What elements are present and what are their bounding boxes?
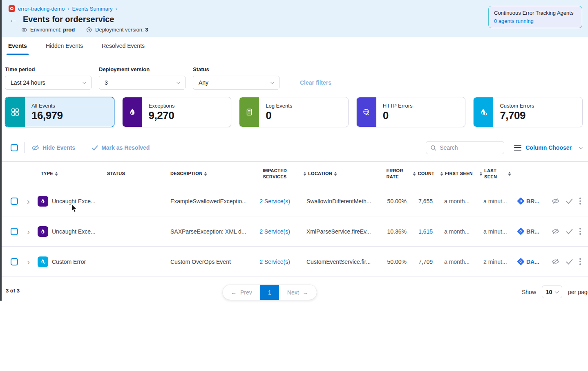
sort-icon[interactable]	[334, 172, 337, 176]
sort-icon[interactable]	[440, 172, 443, 176]
page-title: Events for orderservice	[23, 15, 114, 24]
flame-icon	[38, 226, 48, 237]
stat-card-all-events[interactable]: All Events 16,979	[5, 97, 114, 127]
agents-running-link[interactable]: 0 agents running	[494, 18, 577, 24]
column-header-count[interactable]: COUNT	[409, 171, 435, 177]
time-period-select[interactable]: Last 24 hours	[5, 76, 92, 90]
jira-diamond-icon	[517, 197, 524, 205]
last-seen-cell: 2 minut...	[476, 259, 513, 265]
stat-card-value: 0	[383, 109, 413, 122]
description-cell: Custom OverOps Event	[165, 259, 255, 265]
row-checkbox[interactable]	[11, 258, 18, 265]
row-menu-icon[interactable]	[579, 257, 581, 266]
column-header-impacted-services: IMPACTED SERVICES	[255, 168, 294, 180]
stat-card-label: Custom Errors	[500, 103, 534, 109]
prev-page-button[interactable]: ← Prev	[223, 285, 260, 300]
breadcrumb-events-summary[interactable]: Events Summary	[72, 6, 113, 12]
resolve-event-icon[interactable]	[566, 229, 573, 234]
column-chooser-button[interactable]: Column Chooser	[525, 144, 572, 151]
ticket-link[interactable]: BR...	[513, 228, 539, 235]
hide-event-icon[interactable]	[552, 228, 559, 234]
search-icon	[430, 145, 436, 151]
filter-bar: Time period Last 24 hours Deployment ver…	[0, 55, 588, 90]
tab-resolved-events[interactable]: Resolved Events	[101, 37, 145, 55]
resolve-event-icon[interactable]	[566, 198, 573, 204]
jira-diamond-icon	[517, 227, 524, 235]
deployment-version-icon	[86, 27, 92, 33]
grid-icon	[5, 97, 25, 127]
column-header-last-seen[interactable]: LAST SEEN	[476, 168, 513, 180]
chevron-down-icon	[83, 80, 87, 84]
flame-icon	[123, 97, 142, 127]
first-seen-cell: a month...	[435, 259, 476, 265]
tab-events[interactable]: Events	[7, 37, 28, 55]
clear-filters-button[interactable]: Clear filters	[300, 79, 331, 86]
row-checkbox[interactable]	[11, 228, 18, 235]
expand-chevron-icon[interactable]: ›	[23, 227, 38, 236]
chevron-down-icon	[555, 289, 559, 293]
eye-slash-icon	[31, 145, 39, 151]
hide-events-button[interactable]: Hide Events	[31, 144, 75, 151]
expand-chevron-icon[interactable]: ›	[23, 257, 38, 266]
last-seen-cell: a minut...	[476, 198, 513, 205]
hide-event-icon[interactable]	[552, 198, 559, 204]
deployment-version-filter-label: Deployment version	[99, 66, 186, 72]
stat-card-exceptions[interactable]: Exceptions 9,270	[122, 97, 232, 127]
sort-icon[interactable]	[55, 172, 58, 176]
environment-label: Environment: prod	[30, 27, 75, 33]
ticket-link[interactable]: DA...	[513, 259, 539, 265]
error-rate-cell: 10.36%	[382, 228, 409, 235]
stat-card-log-events[interactable]: Log Events 0	[239, 97, 349, 127]
stat-card-label: HTTP Errors	[383, 103, 413, 109]
impacted-services-link[interactable]: 2 Service(s)	[255, 259, 294, 265]
last-seen-cell: a minut...	[476, 228, 513, 235]
status-select[interactable]: Any	[193, 76, 279, 90]
ticket-link[interactable]: BR...	[513, 198, 539, 205]
stat-card-custom-errors[interactable]: Custom Errors 7,709	[473, 97, 583, 127]
row-count-summary: 3 of 3	[6, 288, 20, 294]
table-row[interactable]: › Custom Error Custom OverOps Event 2 Se…	[0, 247, 588, 277]
mark-resolved-button[interactable]: Mark as Resolved	[92, 144, 150, 151]
back-arrow-icon[interactable]: ←	[9, 15, 18, 24]
pagination: ← Prev 1 Next →	[223, 285, 317, 300]
row-menu-icon[interactable]	[579, 196, 581, 206]
chevron-right-icon: ›	[115, 6, 117, 12]
page-number-button[interactable]: 1	[260, 285, 279, 300]
table-row[interactable]: › Uncaught Exce... ExampleSwallowedExcep…	[0, 186, 588, 216]
stat-card-label: Log Events	[266, 103, 292, 109]
column-header-description[interactable]: DESCRIPTION	[165, 171, 255, 177]
sort-icon[interactable]	[480, 172, 482, 176]
deployment-version-select[interactable]: 3	[99, 76, 186, 90]
impacted-services-link[interactable]: 2 Service(s)	[255, 198, 294, 205]
sort-icon[interactable]	[508, 172, 511, 176]
expand-chevron-icon[interactable]: ›	[23, 197, 38, 205]
resolve-event-icon[interactable]	[566, 259, 573, 265]
next-page-button[interactable]: Next →	[279, 285, 317, 300]
column-header-location[interactable]: LOCATION	[294, 171, 382, 177]
column-header-type[interactable]: TYPE	[38, 171, 102, 177]
stat-card-label: Exceptions	[149, 103, 175, 109]
jira-diamond-icon	[517, 258, 524, 265]
column-chooser-icon[interactable]	[514, 145, 521, 151]
row-checkbox[interactable]	[11, 198, 18, 205]
sort-icon[interactable]	[413, 172, 416, 176]
breadcrumb-project[interactable]: error-tracking-demo	[18, 6, 65, 12]
select-all-checkbox[interactable]	[11, 144, 18, 151]
column-header-first-seen[interactable]: FIRST SEEN	[435, 171, 476, 177]
page-size-select[interactable]: 10	[542, 286, 562, 298]
hide-event-icon[interactable]	[552, 259, 559, 265]
table-row[interactable]: › Uncaught Exce... SAXParseException: XM…	[0, 216, 588, 247]
sort-icon[interactable]	[304, 172, 306, 176]
description-cell: ExampleSwallowedExceptio...	[165, 198, 255, 205]
flame-icon	[38, 196, 48, 207]
tab-hidden-events[interactable]: Hidden Events	[45, 37, 84, 55]
sort-icon[interactable]	[204, 172, 207, 176]
stat-card-http-errors[interactable]: HTTP Errors 0	[356, 97, 466, 127]
agents-card: Continuous Error Tracking Agents 0 agent…	[488, 6, 582, 28]
environment-value: prod	[63, 27, 75, 33]
chevron-down-icon[interactable]	[579, 145, 583, 149]
description-cell: SAXParseException: XML d...	[165, 228, 255, 235]
row-menu-icon[interactable]	[579, 227, 581, 236]
impacted-services-link[interactable]: 2 Service(s)	[255, 228, 294, 235]
search-input[interactable]	[440, 144, 497, 151]
